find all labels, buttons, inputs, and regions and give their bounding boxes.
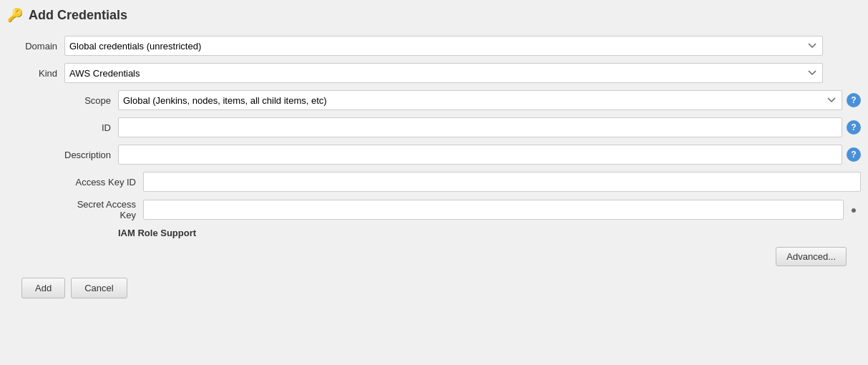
- id-input[interactable]: [118, 117, 842, 137]
- button-row: Add Cancel: [21, 278, 861, 298]
- description-input[interactable]: [118, 145, 842, 165]
- advanced-button[interactable]: Advanced...: [776, 247, 847, 266]
- cancel-button[interactable]: Cancel: [71, 278, 127, 298]
- id-help-icon[interactable]: ?: [847, 120, 861, 135]
- scope-help-icon[interactable]: ?: [847, 93, 861, 107]
- description-row: Description ?: [64, 145, 861, 165]
- description-help-icon[interactable]: ?: [847, 147, 861, 162]
- kind-label: Kind: [14, 68, 64, 79]
- access-key-id-label: Access Key ID: [64, 177, 143, 188]
- access-key-id-row: Access Key ID: [64, 172, 861, 192]
- page-title: Add Credentials: [29, 8, 127, 23]
- key-icon: 🔑: [7, 7, 23, 23]
- secret-access-key-input[interactable]: [143, 200, 844, 220]
- id-control-wrapper: ?: [118, 117, 861, 137]
- page-title-row: 🔑 Add Credentials: [7, 7, 861, 23]
- page-container: 🔑 Add Credentials Domain Global credenti…: [0, 0, 868, 365]
- password-toggle-icon[interactable]: ●: [847, 203, 861, 217]
- secret-access-key-label: Secret Access Key: [64, 199, 143, 220]
- id-label: ID: [64, 122, 118, 133]
- scope-select[interactable]: Global (Jenkins, nodes, items, all child…: [118, 90, 842, 110]
- iam-section: IAM Role Support: [118, 228, 861, 238]
- add-button[interactable]: Add: [21, 278, 65, 298]
- domain-label: Domain: [14, 41, 64, 52]
- description-control-wrapper: ?: [118, 145, 861, 165]
- iam-section-title: IAM Role Support: [118, 228, 196, 238]
- secret-access-key-row: Secret Access Key ●: [64, 199, 861, 220]
- secret-access-key-control-wrapper: ●: [143, 200, 861, 220]
- kind-control-wrapper: AWS CredentialsUsername with passwordSSH…: [64, 63, 823, 83]
- advanced-row: Advanced...: [14, 247, 847, 266]
- domain-row: Domain Global credentials (unrestricted)…: [14, 36, 861, 56]
- kind-row: Kind AWS CredentialsUsername with passwo…: [14, 63, 861, 83]
- form-container: Domain Global credentials (unrestricted)…: [7, 36, 861, 298]
- access-key-id-control-wrapper: [143, 172, 861, 192]
- scope-label: Scope: [64, 95, 118, 106]
- scope-row: Scope Global (Jenkins, nodes, items, all…: [64, 90, 861, 110]
- domain-select[interactable]: Global credentials (unrestricted)System: [64, 36, 823, 56]
- domain-control-wrapper: Global credentials (unrestricted)System: [64, 36, 823, 56]
- access-key-id-input[interactable]: [143, 172, 861, 192]
- id-row: ID ?: [64, 117, 861, 137]
- scope-control-wrapper: Global (Jenkins, nodes, items, all child…: [118, 90, 861, 110]
- kind-select[interactable]: AWS CredentialsUsername with passwordSSH…: [64, 63, 823, 83]
- description-label: Description: [64, 150, 118, 160]
